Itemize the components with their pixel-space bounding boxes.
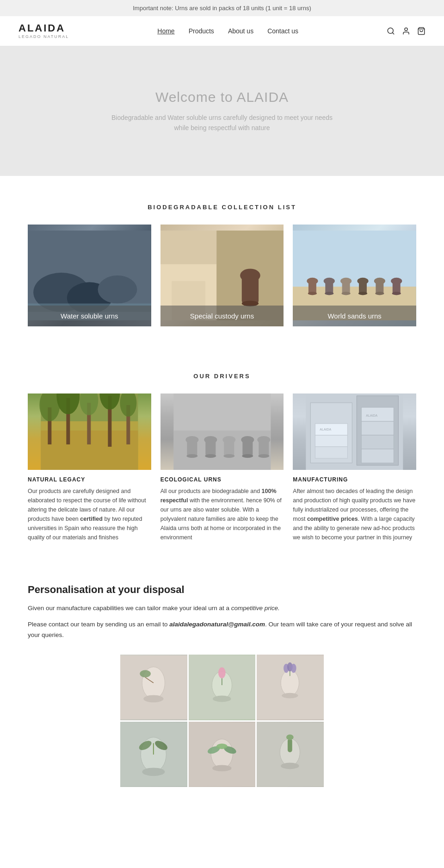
svg-point-2 [405, 28, 407, 31]
announcement-bar: Important note: Urns are sold in packs o… [0, 0, 444, 16]
search-button[interactable] [387, 27, 395, 35]
svg-point-33 [376, 292, 384, 295]
drivers-title: OUR DRIVERS [28, 373, 416, 380]
svg-rect-71 [315, 447, 348, 458]
svg-point-87 [218, 667, 226, 678]
nav-products[interactable]: Products [189, 27, 214, 35]
header: ALAIDA LEGADO NATURAL Home Products Abou… [0, 16, 444, 46]
collection-title: BIODEGRADABLE COLLECTION LIST [28, 204, 416, 211]
svg-rect-29 [359, 281, 367, 293]
driver-text-ecological: All our products are biodegradable and 1… [160, 487, 284, 542]
driver-card-natural: NATURAL LEGACY Our products are carefull… [28, 393, 151, 542]
svg-rect-111 [288, 738, 292, 752]
svg-point-110 [281, 762, 299, 769]
svg-rect-15 [241, 275, 258, 304]
email-link[interactable]: alaidalegadonatural@gmail.com [169, 621, 265, 628]
forest-icon [28, 393, 151, 470]
nav-home[interactable]: Home [157, 27, 174, 35]
personalisation-para2: Please contact our team by sending us an… [28, 619, 416, 641]
hero-section: Welcome to ALAIDA Biodegradable and Wate… [0, 46, 444, 176]
manufacturing-icon: ALAIDA ALAIDA [293, 393, 416, 470]
driver-card-manufacturing: ALAIDA ALAIDA MANUFACTURING After almost… [293, 393, 416, 542]
svg-rect-73 [362, 421, 394, 435]
svg-rect-62 [242, 440, 253, 456]
svg-point-81 [143, 695, 163, 702]
login-button[interactable] [402, 27, 410, 35]
svg-point-24 [325, 292, 333, 295]
cart-icon [417, 27, 426, 35]
driver-img-forest [28, 393, 151, 470]
svg-rect-70 [315, 435, 348, 447]
driver-img-urns [160, 393, 284, 470]
svg-point-7 [98, 275, 137, 304]
svg-point-54 [186, 454, 197, 458]
svg-line-1 [392, 32, 394, 34]
svg-point-66 [258, 454, 269, 458]
search-icon [387, 27, 395, 35]
competitive-price-link[interactable]: competitive price. [231, 605, 280, 612]
svg-rect-20 [308, 281, 316, 293]
svg-text:ALAIDA: ALAIDA [320, 428, 332, 431]
pers-cell-6 [257, 722, 324, 787]
pers-cell-4 [120, 722, 187, 787]
driver-title-natural: NATURAL LEGACY [28, 476, 151, 483]
svg-rect-26 [342, 281, 350, 293]
svg-rect-59 [224, 440, 234, 456]
svg-point-82 [140, 670, 151, 677]
pers-cell-5 [189, 722, 256, 787]
drivers-section: OUR DRIVERS [0, 345, 444, 561]
svg-point-104 [212, 765, 231, 771]
svg-point-103 [211, 739, 233, 768]
user-icon [402, 27, 410, 35]
svg-point-57 [205, 454, 216, 458]
driver-text-natural: Our products are carefully designed and … [28, 487, 151, 542]
driver-title-ecological: ECOLOGICAL URNS [160, 476, 284, 483]
svg-rect-74 [362, 435, 394, 449]
svg-point-107 [216, 743, 228, 749]
main-nav: Home Products About us Contact us [157, 27, 298, 35]
personalisation-image-grid [120, 655, 324, 784]
svg-point-91 [282, 693, 298, 699]
logo-name: ALAIDA [18, 23, 65, 33]
logo[interactable]: ALAIDA LEGADO NATURAL [18, 23, 69, 39]
svg-rect-56 [205, 440, 216, 456]
header-icons [387, 27, 426, 35]
collection-label-sands: World sands urns [293, 306, 416, 326]
driver-img-manufacturing: ALAIDA ALAIDA [293, 393, 416, 470]
personalisation-para1: Given our manufacture capabilities we ca… [28, 603, 416, 614]
driver-card-ecological: ECOLOGICAL URNS All our products are bio… [160, 393, 284, 542]
svg-point-36 [392, 292, 401, 295]
svg-point-86 [213, 695, 231, 702]
drivers-grid: NATURAL LEGACY Our products are carefull… [28, 393, 416, 542]
announcement-text: Important note: Urns are sold in packs o… [133, 5, 311, 12]
nav-contact[interactable]: Contact us [267, 27, 298, 35]
personalisation-title: Personalisation at your disposal [28, 584, 416, 596]
collection-section: BIODEGRADABLE COLLECTION LIST Water solu… [0, 176, 444, 345]
svg-rect-23 [326, 281, 333, 293]
personalisation-section: Personalisation at your disposal Given o… [0, 561, 444, 803]
collection-card-sands[interactable]: World sands urns [293, 225, 416, 326]
nav-about[interactable]: About us [228, 27, 253, 35]
logo-sub: LEGADO NATURAL [18, 34, 69, 39]
svg-rect-65 [259, 440, 269, 456]
svg-rect-32 [376, 281, 384, 293]
svg-point-95 [291, 664, 296, 673]
svg-point-112 [286, 734, 294, 740]
svg-rect-35 [393, 281, 401, 293]
pers-cell-3 [257, 655, 324, 720]
collection-card-custody[interactable]: Special custody urns [160, 225, 284, 326]
collection-label-custody: Special custody urns [160, 306, 284, 326]
pers-cell-1 [120, 655, 187, 720]
hero-title: Welcome to ALAIDA [155, 89, 289, 105]
svg-point-63 [242, 454, 253, 458]
collection-card-water[interactable]: Water soluble urns [28, 225, 151, 326]
cart-button[interactable] [417, 27, 426, 35]
svg-point-98 [142, 768, 165, 776]
svg-rect-75 [362, 449, 394, 463]
collection-grid: Water soluble urns Special custody urns [28, 225, 416, 326]
svg-point-21 [308, 292, 317, 295]
hero-subtitle: Biodegradable and Water soluble urns car… [111, 112, 333, 133]
collection-label-water: Water soluble urns [28, 306, 151, 326]
driver-text-manufacturing: After almost two decades of leading the … [293, 487, 416, 542]
svg-text:ALAIDA: ALAIDA [366, 414, 378, 417]
